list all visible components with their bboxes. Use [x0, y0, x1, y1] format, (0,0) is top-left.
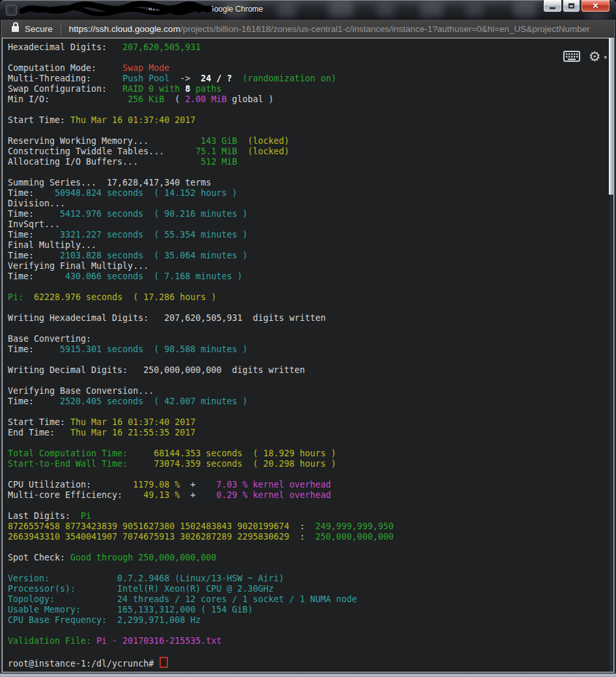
address-bar: Secure https://ssh.cloud.google.com/proj… [2, 20, 614, 38]
window-titlebar[interactable]: instance-1?... - Google Chrome ✕ [0, 0, 616, 20]
aero-glass-blob [420, 2, 443, 18]
maximize-icon [568, 3, 574, 8]
terminal-line [8, 167, 613, 178]
terminal-line: Multi-core Efficiency: 49.13 % + 0.29 % … [8, 490, 613, 501]
close-icon: ✕ [592, 0, 598, 12]
terminal-line [8, 126, 613, 136]
terminal-line: End Time: Thu Mar 16 21:55:35 2017 [8, 428, 613, 438]
terminal-line: CPU Utilization: 1179.08 % + 7.03 % kern… [8, 480, 613, 490]
terminal-line [8, 282, 613, 292]
terminal-line: Time: 2520.405 seconds ( 42.007 minutes … [8, 396, 613, 407]
terminal-line: Time: 2103.828 seconds ( 35.064 minutes … [8, 251, 613, 261]
terminal-line: Allocating I/O Buffers... 512 MiB [8, 157, 613, 167]
terminal-line: Writing Hexadecimal Digits: 207,620,505,… [8, 313, 613, 324]
terminal-line: Constructing Twiddle Tables... 75.1 MiB … [8, 146, 613, 157]
aero-glass-blob [376, 3, 395, 17]
url-field[interactable]: https://ssh.cloud.google.com/projects/bi… [69, 24, 590, 34]
terminal-line: root@instance-1:/dl/ycrunch# [8, 657, 613, 667]
terminal-line: 2663943310 3540041907 7074675913 3026287… [8, 532, 613, 542]
window-frame-left [0, 20, 2, 677]
terminal-line: InvSqrt... [8, 219, 613, 230]
terminal-line: Pi: 62228.976 seconds ( 17.286 hours ) [8, 292, 613, 303]
terminal-line: Processor(s): Intel(R) Xeon(R) CPU @ 2.3… [8, 584, 613, 594]
terminal-line: Multi-Threading: Push Pool -> 24 / ? (ra… [8, 74, 613, 84]
terminal-line [8, 469, 613, 480]
terminal-line [8, 303, 613, 313]
title-scribble [17, 1, 212, 19]
lock-icon[interactable] [12, 26, 19, 32]
gear-icon[interactable]: ⚙ [589, 49, 601, 63]
terminal-line: Hexadecimal Digits: 207,620,505,931 [8, 42, 613, 53]
window-frame-bottom [0, 672, 616, 677]
ssh-terminal[interactable]: Hexadecimal Digits: 207,620,505,931 Comp… [2, 38, 614, 672]
terminal-line [8, 542, 613, 553]
terminal-line: Spot Check: Good through 250,000,000,000 [8, 553, 613, 563]
chevron-down-icon[interactable]: ▾ [604, 54, 607, 61]
terminal-line: Topology: 24 threads / 12 cores / 1 sock… [8, 594, 613, 605]
terminal-line: Time: 5915.301 seconds ( 98.588 minutes … [8, 344, 613, 355]
aero-glass-blob [466, 3, 484, 17]
terminal-line [8, 105, 613, 115]
terminal-line: Base Converting: [8, 334, 613, 344]
app-icon [6, 5, 17, 16]
terminal-line [8, 324, 613, 334]
terminal-line [8, 376, 613, 386]
maximize-button[interactable] [563, 0, 580, 12]
terminal-line: Time: 50948.824 seconds ( 14.152 hours ) [8, 188, 613, 199]
terminal-line: Final Multiply... [8, 240, 613, 251]
scrollbar-thumb[interactable] [609, 38, 613, 195]
terminal-line [8, 646, 613, 657]
terminal-line: Total Computation Time: 68144.353 second… [8, 449, 613, 459]
terminal-line: Verifying Base Conversion... [8, 386, 613, 396]
terminal-line [8, 563, 613, 573]
terminal-line: Writing Decimal Digits: 250,000,000,000 … [8, 365, 613, 376]
terminal-line: Start Time: Thu Mar 16 01:37:40 2017 [8, 115, 613, 126]
url-path: /projects/billion-161618/zones/us-centra… [180, 24, 590, 34]
url-divider [61, 23, 61, 35]
terminal-line [8, 355, 613, 365]
terminal-line [8, 626, 613, 636]
terminal-cursor [160, 657, 168, 668]
terminal-line: Time: 5412.976 seconds ( 90.216 minutes … [8, 209, 613, 219]
terminal-line: Division... [8, 199, 613, 209]
close-button[interactable]: ✕ [581, 0, 610, 12]
terminal-line: Summing Series... 17,628,417,340 terms [8, 178, 613, 188]
terminal-line: Swap Configuration: RAID 0 with 8 paths [8, 84, 613, 94]
aero-glass-blob [277, 3, 296, 18]
terminal-line [8, 407, 613, 417]
terminal-line: Verifying Final Multiply... [8, 261, 613, 271]
minimize-icon [550, 7, 555, 9]
terminal-output: Hexadecimal Digits: 207,620,505,931 Comp… [8, 42, 613, 667]
terminal-line [8, 501, 613, 511]
browser-window: instance-1?... - Google Chrome ✕ Secure … [0, 0, 616, 677]
terminal-line: 8726557458 8773423839 9051627380 1502483… [8, 521, 613, 532]
aero-glass-blob [329, 1, 354, 18]
terminal-line: Version: 0.7.2.9468 (Linux/13-HSW ~ Airi… [8, 573, 613, 584]
terminal-line: CPU Base Frequency: 2,299,971,008 Hz [8, 615, 613, 626]
terminal-line: Validation File: Pi - 20170316-215535.tx… [8, 636, 613, 646]
terminal-line: Reserving Working Memory... 143 GiB (loc… [8, 136, 613, 146]
terminal-line: Min I/O: 256 KiB ( 2.00 MiB global ) [8, 94, 613, 105]
terminal-line: Time: 3321.227 seconds ( 55.354 minutes … [8, 230, 613, 240]
terminal-line [8, 438, 613, 449]
terminal-line [8, 53, 613, 63]
security-label: Secure [25, 24, 53, 34]
minimize-button[interactable] [543, 0, 562, 12]
keyboard-icon[interactable] [563, 51, 580, 62]
aero-glass-blob [513, 1, 537, 18]
terminal-line: Computation Mode: Swap Mode [8, 63, 613, 74]
terminal-line: Start Time: Thu Mar 16 01:37:40 2017 [8, 417, 613, 428]
url-host: https://ssh.cloud.google.com [69, 24, 180, 34]
terminal-line: Start-to-End Wall Time: 73074.359 second… [8, 459, 613, 469]
terminal-line: Usable Memory: 165,133,312,000 ( 154 GiB… [8, 605, 613, 615]
terminal-scrollbar[interactable] [609, 38, 613, 672]
terminal-line: Last Digits: Pi [8, 511, 613, 521]
terminal-line: Time: 430.066 seconds ( 7.168 minutes ) [8, 271, 613, 282]
